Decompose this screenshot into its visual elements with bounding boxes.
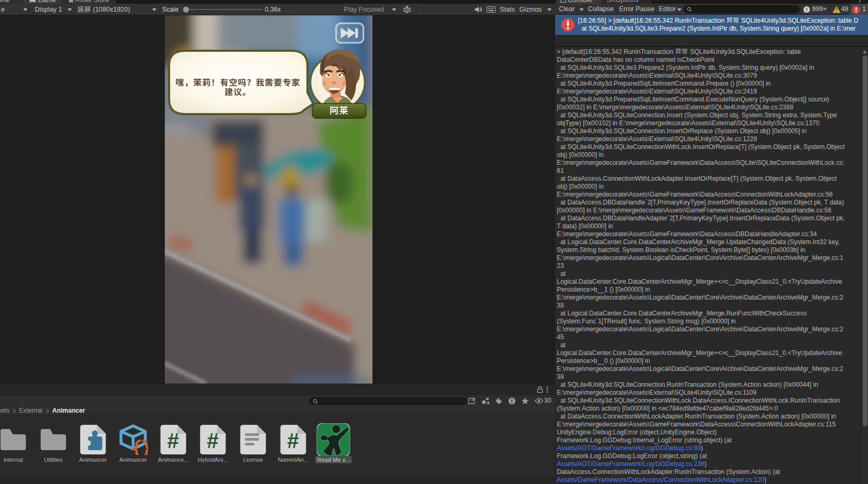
svg-text:#: # <box>207 429 218 452</box>
svg-text:!: ! <box>836 7 837 13</box>
svg-text:#: # <box>167 429 179 452</box>
svg-text:#: # <box>287 429 298 452</box>
svg-text:!: ! <box>806 7 808 12</box>
